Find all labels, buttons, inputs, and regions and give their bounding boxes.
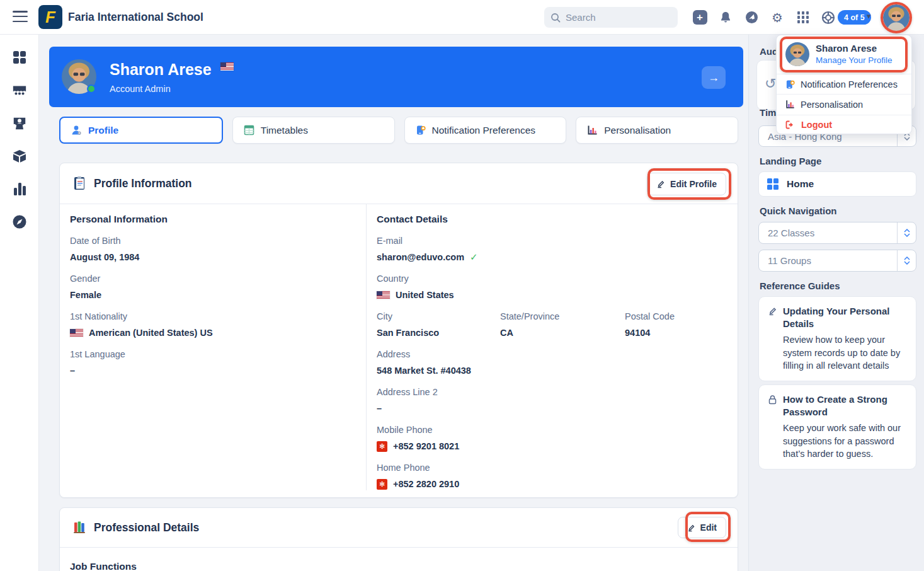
tab-personalisation[interactable]: Personalisation — [576, 117, 738, 144]
quick-navigation-heading: Quick Navigation — [760, 205, 837, 216]
profile-information-title: Profile Information — [94, 177, 192, 190]
field-label: 1st Language — [70, 348, 356, 360]
plan-usage-button[interactable] — [821, 0, 836, 35]
us-flag-icon — [377, 291, 390, 299]
professional-details-title: Professional Details — [94, 521, 199, 534]
edit-professional-button[interactable]: Edit — [678, 517, 726, 538]
chevron-down-icon — [904, 261, 910, 265]
nav-analytics-icon[interactable] — [12, 182, 27, 197]
landing-page-heading: Landing Page — [760, 156, 821, 166]
hamburger-menu-icon[interactable] — [13, 11, 28, 23]
classes-value: 22 Classes — [759, 222, 897, 243]
notifications-button[interactable] — [717, 0, 734, 35]
field-label: Postal Code — [625, 310, 727, 323]
user-avatar[interactable] — [883, 4, 910, 31]
messenger-button[interactable] — [743, 0, 760, 35]
app-window: F Faria International School + ⚙ 4 of 5 … — [0, 0, 924, 571]
history-icon: ↺ — [765, 77, 776, 91]
main-content: Sharon Arese Account Admin → Profile Tim… — [39, 35, 748, 571]
nav-year-groups-icon[interactable] — [12, 83, 27, 98]
field-label: State/Province — [500, 310, 625, 323]
nav-explore-icon[interactable] — [12, 214, 27, 229]
field-value: ✻+852 9201 8021 — [377, 440, 727, 453]
field-label: E-mail — [377, 234, 727, 247]
profile-information-header: Profile Information Edit Profile — [60, 163, 738, 204]
classes-stepper[interactable] — [897, 222, 916, 243]
school-logo[interactable]: F — [38, 5, 62, 29]
landing-page-home[interactable]: Home — [758, 171, 916, 197]
chevron-up-icon — [904, 257, 910, 260]
hk-flag-icon: ✻ — [377, 479, 387, 490]
search-input[interactable] — [566, 12, 666, 23]
classes-select[interactable]: 22 Classes — [758, 222, 916, 244]
dropdown-item-personalisation[interactable]: Personalisation — [777, 94, 911, 114]
left-nav-rail — [0, 35, 39, 571]
profile-tabs: Profile Timetables Notification Preferen… — [59, 117, 738, 144]
audit-heading-fragment: Aud — [760, 46, 778, 57]
personalisation-chart-icon — [587, 125, 598, 136]
dropdown-header[interactable]: Sharon Arese Manage Your Profile — [777, 35, 911, 74]
banner-next-button[interactable]: → — [702, 66, 726, 89]
field-value: – — [377, 402, 727, 415]
dropdown-item-logout[interactable]: Logout — [777, 115, 911, 135]
phone-bell-icon — [416, 125, 426, 136]
field-value: sharon@eduvo.com✓ — [377, 251, 727, 263]
dropdown-item-notification-preferences[interactable]: Notification Preferences — [777, 74, 911, 94]
personal-information-title: Personal Information — [70, 213, 356, 226]
guide-card-strong-password[interactable]: How to Create a Strong Password Keep you… — [758, 384, 916, 470]
manage-your-profile-link[interactable]: Manage Your Profile — [816, 55, 893, 65]
field-label: City — [377, 310, 500, 323]
groups-stepper[interactable] — [897, 250, 916, 271]
hk-flag-icon: ✻ — [377, 441, 387, 452]
home-grid-icon — [767, 178, 779, 190]
profile-information-card: Profile Information Edit Profile Persona… — [59, 163, 738, 498]
search-bar[interactable] — [544, 7, 678, 28]
groups-select[interactable]: 11 Groups — [758, 250, 916, 272]
city-state-postal-row: City San Francisco State/Province CA Pos… — [377, 301, 727, 339]
plus-icon: + — [693, 10, 707, 25]
top-bar: F Faria International School + ⚙ 4 of 5 … — [0, 0, 924, 35]
job-functions-label: Job Functions — [70, 560, 727, 571]
edit-profile-button[interactable]: Edit Profile — [647, 173, 726, 195]
settings-button[interactable]: ⚙ — [768, 0, 786, 35]
quick-add-button[interactable]: + — [691, 0, 709, 35]
nav-teachers-icon[interactable] — [12, 116, 27, 131]
pencil-icon — [687, 524, 695, 532]
tab-timetables[interactable]: Timetables — [232, 117, 395, 144]
field-value: Female — [70, 289, 356, 301]
dropdown-avatar — [785, 42, 809, 66]
field-value: 548 Market St. #40438 — [377, 364, 727, 377]
apps-grid-icon — [797, 11, 809, 23]
apps-button[interactable] — [794, 0, 812, 35]
field-value: CA — [500, 326, 625, 339]
field-label: Gender — [70, 272, 356, 285]
banner-user-name: Sharon Arese — [110, 61, 234, 79]
professional-details-body: Job Functions — [60, 548, 738, 571]
chevron-down-icon — [904, 137, 910, 141]
dropdown-user-name: Sharon Arese — [816, 43, 877, 54]
guide-title: How to Create a Strong Password — [783, 393, 907, 418]
nav-dashboard-icon[interactable] — [12, 50, 27, 65]
chevron-down-icon[interactable]: ▾ — [867, 11, 871, 21]
nav-resources-icon[interactable] — [12, 149, 27, 164]
guide-card-personal-details[interactable]: Updating Your Personal Details Review ho… — [758, 296, 916, 381]
us-flag-icon — [70, 329, 83, 337]
reference-guides-heading: Reference Guides — [760, 280, 840, 291]
profile-information-body: Personal Information Date of Birth Augus… — [60, 204, 738, 490]
verified-check-icon: ✓ — [470, 251, 478, 263]
lock-icon — [768, 395, 777, 405]
tab-notification-preferences[interactable]: Notification Preferences — [404, 117, 567, 144]
messenger-icon — [745, 11, 758, 24]
plan-usage-badge[interactable]: 4 of 5 — [838, 10, 871, 25]
search-icon — [550, 13, 561, 23]
logout-icon — [785, 120, 796, 129]
field-value: American (United States) US — [70, 326, 356, 339]
guide-body: Review how to keep your system records u… — [783, 333, 907, 372]
field-value: 94104 — [625, 326, 727, 339]
us-flag-icon — [220, 62, 234, 71]
user-dropdown-menu: Sharon Arese Manage Your Profile Notific… — [776, 35, 912, 134]
online-status-dot — [87, 84, 96, 93]
guide-title: Updating Your Personal Details — [783, 305, 907, 330]
tab-profile[interactable]: Profile — [59, 117, 223, 144]
groups-value: 11 Groups — [759, 250, 897, 271]
